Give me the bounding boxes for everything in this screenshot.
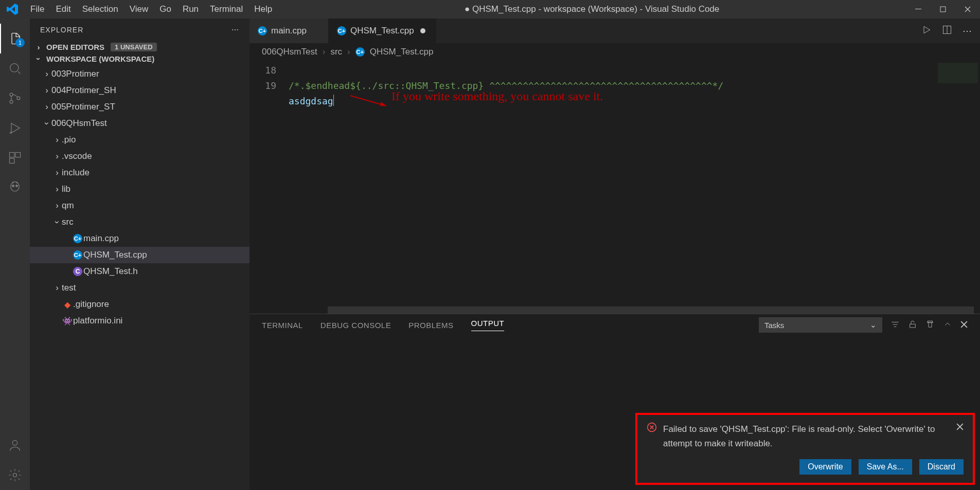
close-button[interactable] xyxy=(955,0,980,19)
save-as-button[interactable]: Save As... xyxy=(859,459,912,475)
editor[interactable]: 18 19 /*.$endhead${../src::QHSM_Test.cpp… xyxy=(250,61,980,314)
lock-icon[interactable] xyxy=(908,320,917,331)
chevron-icon: › xyxy=(52,151,62,161)
chevron-icon: › xyxy=(52,184,62,194)
code-line: asdgdsag xyxy=(289,96,333,106)
window-controls xyxy=(906,0,980,19)
svg-rect-0 xyxy=(915,9,921,9)
activity-settings[interactable] xyxy=(0,460,30,490)
output-channel-select[interactable]: Tasks ⌄ xyxy=(759,317,882,333)
minimap[interactable] xyxy=(938,63,978,83)
title-bar: File Edit Selection View Go Run Terminal… xyxy=(0,0,980,19)
breadcrumb-item[interactable]: 006QHsmTest xyxy=(262,47,317,57)
git-icon: ◆ xyxy=(62,300,73,310)
svg-rect-23 xyxy=(928,321,933,322)
workspace-label: WORKSPACE (WORKSPACE) xyxy=(46,55,154,63)
file-cpp-icon: C+ xyxy=(258,26,267,35)
dirty-dot-icon[interactable] xyxy=(418,26,427,35)
tree-item-platformioini[interactable]: 👾platformio.ini xyxy=(30,313,250,329)
breadcrumb-item[interactable]: QHSM_Test.cpp xyxy=(370,47,434,57)
tree-item-QHSMTestcpp[interactable]: C+QHSM_Test.cpp xyxy=(30,247,250,263)
tree-item-lib[interactable]: ›lib xyxy=(30,181,250,197)
file-cpp-icon: C+ xyxy=(337,26,346,35)
menu-help[interactable]: Help xyxy=(248,0,278,19)
breadcrumbs[interactable]: 006QHsmTest › src › C+ QHSM_Test.cpp xyxy=(250,43,980,61)
activity-bar: 1 xyxy=(0,19,30,490)
panel-tab-output[interactable]: OUTPUT xyxy=(471,319,505,331)
chevron-right-icon: › xyxy=(323,47,326,57)
file-cpp-icon: C+ xyxy=(73,234,82,243)
title-dirty-dot: ● xyxy=(465,4,470,14)
notification-close-icon[interactable] xyxy=(956,422,964,433)
breadcrumb-item[interactable]: src xyxy=(330,47,342,57)
activity-platformio[interactable] xyxy=(0,173,30,203)
tree-item-pio[interactable]: ›.pio xyxy=(30,132,250,148)
panel-tab-terminal[interactable]: TERMINAL xyxy=(262,321,303,330)
svg-point-5 xyxy=(17,97,20,100)
tree-item-vscode[interactable]: ›.vscode xyxy=(30,148,250,165)
chevron-icon: › xyxy=(52,217,62,227)
tree-item-QHSMTesth[interactable]: CQHSM_Test.h xyxy=(30,263,250,280)
search-icon xyxy=(8,61,22,76)
notification-message: Failed to save 'QHSM_Test.cpp': File is … xyxy=(663,422,950,451)
bottom-panel: TERMINAL DEBUG CONSOLE PROBLEMS OUTPUT T… xyxy=(250,314,980,490)
tab-QHSMTestcpp[interactable]: C+QHSM_Test.cpp xyxy=(329,19,436,43)
chevron-icon: › xyxy=(42,118,51,129)
menu-view[interactable]: View xyxy=(124,0,154,19)
menu-edit[interactable]: Edit xyxy=(50,0,76,19)
tree-item-qm[interactable]: ›qm xyxy=(30,197,250,214)
menu-file[interactable]: File xyxy=(25,0,50,19)
clear-output-icon[interactable] xyxy=(925,320,935,331)
chevron-icon: › xyxy=(52,135,62,145)
activity-explorer[interactable]: 1 xyxy=(0,24,30,53)
discard-button[interactable]: Discard xyxy=(919,459,964,475)
tree-item-004ProtimerSH[interactable]: ›004Protimer_SH xyxy=(30,82,250,99)
more-icon[interactable]: ⋯ xyxy=(963,25,972,37)
panel-tab-problems[interactable]: PROBLEMS xyxy=(408,321,453,330)
menu-go[interactable]: Go xyxy=(154,0,177,19)
tree-item-005ProtimerST[interactable]: ›005Protimer_ST xyxy=(30,99,250,115)
tree-item-include[interactable]: ›include xyxy=(30,165,250,181)
tab-maincpp[interactable]: C+main.cpp xyxy=(250,19,329,43)
chevron-icon: › xyxy=(52,201,62,211)
menu-run[interactable]: Run xyxy=(177,0,204,19)
run-icon[interactable] xyxy=(921,25,932,38)
tree-item-gitignore[interactable]: ◆.gitignore xyxy=(30,296,250,313)
horizontal-scrollbar[interactable] xyxy=(328,306,974,314)
code-area[interactable]: /*.$endhead${../src::QHSM_Test.cpp} ^^^^… xyxy=(289,61,980,314)
svg-point-11 xyxy=(12,185,14,187)
chevron-icon: › xyxy=(52,283,62,293)
minimize-button[interactable] xyxy=(906,0,931,19)
tree-item-src[interactable]: ›src xyxy=(30,214,250,230)
tree-item-003Protimer[interactable]: ›003Protimer xyxy=(30,66,250,82)
activity-debug[interactable] xyxy=(0,113,30,143)
file-cpp-icon: C+ xyxy=(73,250,82,260)
tree-item-label: .gitignore xyxy=(73,299,109,310)
chevron-icon: › xyxy=(42,102,51,112)
alien-icon xyxy=(8,180,22,195)
activity-scm[interactable] xyxy=(0,83,30,113)
tree-item-label: 005Protimer_ST xyxy=(51,102,115,112)
menu-selection[interactable]: Selection xyxy=(77,0,124,19)
svg-rect-1 xyxy=(940,7,946,12)
open-editors-section[interactable]: › OPEN EDITORS 1 UNSAVED xyxy=(30,41,250,53)
panel-tab-debug-console[interactable]: DEBUG CONSOLE xyxy=(320,321,391,330)
activity-extensions[interactable] xyxy=(0,143,30,173)
gear-icon xyxy=(8,468,22,482)
split-editor-icon[interactable] xyxy=(942,25,952,38)
output-filter-icon[interactable] xyxy=(890,320,900,331)
overwrite-button[interactable]: Overwrite xyxy=(799,459,851,475)
activity-account[interactable] xyxy=(0,430,30,460)
panel-close-icon[interactable] xyxy=(960,321,968,330)
sidebar-more-icon[interactable]: ⋯ xyxy=(231,26,239,34)
workspace-section[interactable]: › WORKSPACE (WORKSPACE) xyxy=(30,53,250,65)
menu-terminal[interactable]: Terminal xyxy=(204,0,248,19)
panel-maximize-icon[interactable] xyxy=(943,320,952,331)
tree-item-maincpp[interactable]: C+main.cpp xyxy=(30,230,250,247)
close-icon[interactable] xyxy=(311,26,320,35)
svg-point-3 xyxy=(10,93,13,96)
activity-search[interactable] xyxy=(0,53,30,83)
maximize-button[interactable] xyxy=(931,0,955,19)
tree-item-006QHsmTest[interactable]: ›006QHsmTest xyxy=(30,115,250,132)
tree-item-test[interactable]: ›test xyxy=(30,280,250,296)
